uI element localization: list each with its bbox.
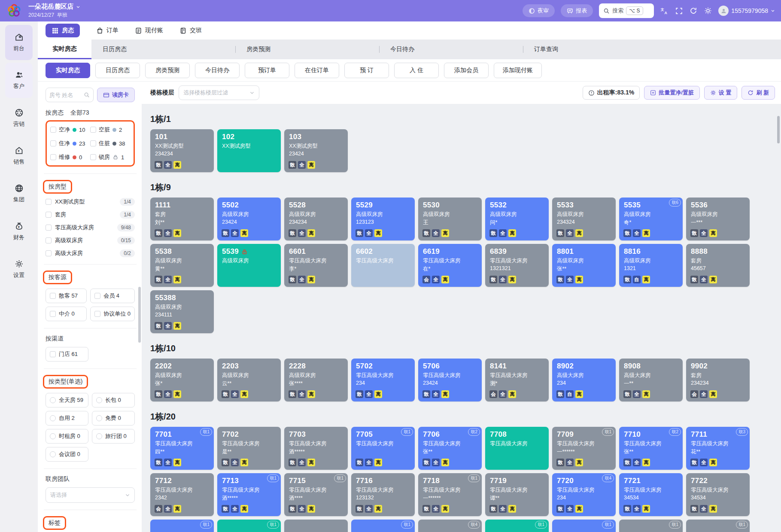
checkbox[interactable] [90,154,96,160]
room-card-6839[interactable]: 6839 零压高级大床房 1321321 散全离 [485,244,549,287]
hotel-switcher[interactable]: 一朵花岳麓区店 [28,3,80,11]
checkbox[interactable] [50,351,56,357]
status-filter-2[interactable]: 空脏2 [90,126,130,134]
kind-chip-7[interactable]: 会议团 0 [46,447,88,462]
checkbox[interactable] [50,311,56,317]
kind-chip-5[interactable]: 时租房 0 [46,429,88,444]
room-card-5536[interactable]: 5536 高级双床房 一*** 散全离 [686,198,750,240]
room-card-1111[interactable]: 1111 套房 刘** 散全离 [150,198,214,240]
radio[interactable] [96,415,102,421]
sidebar-item-1[interactable]: 前台 [5,25,33,60]
kind-chip-2[interactable]: 长包 0 [92,393,135,407]
action-button-2[interactable]: 日历房态 [95,63,140,78]
room-card-2203[interactable]: 2203 高级双床房 云** 散全离 [217,359,281,401]
room-card-7711[interactable]: 7711 零压高级大床房 花** 散全离 联3 [686,427,750,470]
action-button-1[interactable]: 实时房态 [46,63,90,78]
radio[interactable] [96,397,102,403]
room-card-7703[interactable]: 7703 零压高级大床房 酒***** 散全离 [284,427,348,470]
source-chip-1[interactable]: 散客 57 [46,289,87,303]
room-card-6602[interactable]: 6602 零压高级大床房 [351,244,415,287]
status-filter-6[interactable]: 锁房1 [90,153,130,161]
all-count-label[interactable]: 全部73 [70,109,89,117]
radio[interactable] [50,415,56,421]
room-guest-search[interactable] [46,88,94,102]
room-card-7716[interactable]: 7716 零压高级大床房 123132 散全离 [351,473,415,516]
read-room-card-button[interactable]: 读房卡 [97,88,135,102]
sidebar-item-6[interactable]: ¥财务 [5,214,33,249]
sidebar-item-7[interactable]: 设置 [5,252,33,287]
checkbox[interactable] [50,127,56,133]
room-card-7705[interactable]: 7705 零压高级大床房 散全离 联1 [351,427,415,470]
tab-5[interactable]: 订单查询 [523,40,667,59]
report-button[interactable]: 报表 [561,4,593,17]
status-filter-1[interactable]: 空净10 [50,126,90,134]
room-card-102[interactable]: 102 XX测试房型 [217,129,281,172]
room-card-5706[interactable]: 5706 零压高级大床房 23424 散全离 [418,359,482,401]
room-card-7722[interactable]: 7722 零压高级大床房 34534 散全离 [686,473,750,516]
action-button-5[interactable]: 预订单 [245,63,289,78]
sync-icon[interactable] [689,6,698,15]
room-card-7709[interactable]: 7709 零压高级大床房 一****** 散全离 联1 [552,427,616,470]
brightness-icon[interactable] [704,6,712,15]
source-chip-2[interactable]: 会员 4 [90,289,135,303]
room-card-7719[interactable]: 7719 零压高级大床房 谭** 散全离 [485,473,549,516]
radio[interactable] [50,397,56,403]
sidebar-item-2[interactable]: 客户 [5,63,33,98]
roomtype-filter-5[interactable]: 高级大床房0/2 [46,249,135,257]
tab-4[interactable]: 今日待办 [379,40,523,59]
radio[interactable] [96,433,102,439]
roomtype-filter-3[interactable]: 零压高级大床房9/48 [46,224,135,231]
sidebar-item-3[interactable]: 营销 [5,100,33,136]
room-card-8141[interactable]: 8141 零压高级大床房 测* 会全离 [485,359,549,401]
room-card-55388[interactable]: 55388 高级双床房 234111 散全离 [150,290,214,333]
user-menu[interactable]: 15575979058 [718,6,775,16]
room-card-5533[interactable]: 5533 高级双床房 234324 散全离 [552,198,616,240]
radio[interactable] [50,451,56,457]
global-search[interactable]: 搜索 ⌥ S [599,3,654,18]
room-card-partial[interactable]: 联1 [552,520,616,532]
checkbox[interactable] [46,212,52,218]
room-card-5528[interactable]: 5528 高级双床房 234234 散全离 [284,198,348,240]
checkbox[interactable] [94,311,100,317]
checkbox[interactable] [46,237,52,243]
room-card-7701[interactable]: 7701 零压高级大床房 四** 散全离 联1 [150,427,214,470]
room-card-5529[interactable]: 5529 高级双床房 123123 散全离 [351,198,415,240]
checkbox[interactable] [90,140,96,146]
room-card-2202[interactable]: 2202 高级双床房 张* 散全离 [150,359,214,401]
room-card-partial[interactable]: 联1 [485,520,549,532]
checkbox[interactable] [94,293,100,299]
board-scrollbar[interactable] [777,116,780,143]
channel-chip-1[interactable]: 门店 61 [46,347,88,362]
room-card-5539[interactable]: 5539 高级双床房 [217,244,281,287]
room-card-103[interactable]: 103 XX测试房型 23424 散全离 [284,129,348,172]
room-card-7712[interactable]: 7712 零压高级大床房 2342 会全离 [150,473,214,516]
action-button-4[interactable]: 今日待办 [195,63,240,78]
room-card-8816[interactable]: 8816 高级双床房 1321 散自离 [619,244,683,287]
status-filter-4[interactable]: 住脏38 [90,140,130,147]
action-button-10[interactable]: 添加现付账 [494,63,542,78]
settings-button[interactable]: 设 置 [704,86,738,100]
room-card-partial[interactable]: 联1 [351,520,415,532]
room-card-5532[interactable]: 5532 高级双床房 问* 散全离 [485,198,549,240]
room-card-7706[interactable]: 7706 零压高级大床房 张** 散全离 联2 [418,427,482,470]
room-card-6619[interactable]: 6619 零压高级大床房 在* 会全离 [418,244,482,287]
room-card-8801[interactable]: 8801 高级双床房 张** 散全离 [552,244,616,287]
checkbox[interactable] [46,225,52,231]
room-card-5702[interactable]: 5702 零压高级大床房 234 散全离 [351,359,415,401]
status-filter-5[interactable]: 维修0 [50,153,90,161]
room-card-partial[interactable]: 联1 [619,520,683,532]
room-card-7720[interactable]: 7720 零压高级大床房 234 散全离 联4 [552,473,616,516]
room-card-9902[interactable]: 9902 套房 234234 会全离 [686,359,750,401]
room-card-6601[interactable]: 6601 零压高级大床房 李* 散全离 [284,244,348,287]
roomtype-filter-2[interactable]: 套房1/4 [46,211,135,219]
room-card-2228[interactable]: 2228 高级双床房 张**** 散全离 [284,359,348,401]
tab-1[interactable]: 实时房态 [38,40,91,59]
roomtype-filter-4[interactable]: 高级双床房0/15 [46,237,135,244]
kind-chip-1[interactable]: 全天房 59 [46,393,88,407]
room-card-7708[interactable]: 7708 零压高级大床房 [485,427,549,470]
status-filter-3[interactable]: 住净23 [50,140,90,147]
kind-chip-3[interactable]: 自用 2 [46,411,88,426]
room-card-partial[interactable]: 联1 [150,520,214,532]
source-chip-3[interactable]: 中介 0 [46,307,87,321]
nav-item-4[interactable]: 交班 [179,27,202,34]
